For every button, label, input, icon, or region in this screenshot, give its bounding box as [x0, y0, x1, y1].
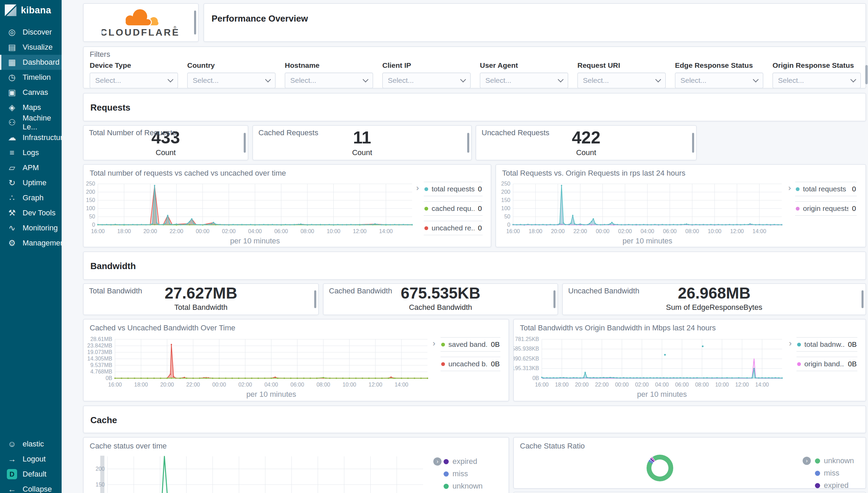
user-agent-select[interactable]: Select...	[480, 73, 568, 88]
sidebar-item-label: Uptime	[23, 178, 47, 187]
sidebar-item-timelion[interactable]: ◷Timelion	[0, 70, 62, 85]
sidebar-item-dashboard[interactable]: ▦Dashboard	[0, 55, 62, 70]
legend-item-uncached-re[interactable]: uncached re...0	[424, 221, 483, 235]
svg-text:06:00: 06:00	[291, 382, 304, 388]
filter-label: Device Type	[90, 61, 178, 69]
sidebar-item-management[interactable]: ⚙Management	[0, 236, 62, 251]
select-placeholder: Select...	[95, 76, 121, 85]
select-placeholder: Select...	[485, 76, 511, 85]
select-placeholder: Select...	[193, 76, 219, 85]
legend-item-unknown[interactable]: unknown	[815, 455, 856, 467]
legend-item-total-requests[interactable]: total requests0	[795, 182, 857, 196]
sidebar-item-collapse[interactable]: ←Collapse	[0, 482, 62, 493]
device-type-select[interactable]: Select...	[90, 73, 178, 88]
chevron-down-icon	[265, 77, 271, 83]
legend-item-unknown[interactable]: unknown	[444, 480, 492, 492]
legend-collapse-icon[interactable]: ›	[803, 457, 811, 465]
kibana-logo[interactable]: kibana	[0, 0, 62, 16]
legend-value: 0B	[848, 360, 857, 368]
sidebar-item-label: Management	[23, 239, 66, 248]
legend-collapse-icon[interactable]: ›	[789, 339, 792, 347]
sidebar-item-maps[interactable]: ◈Maps	[0, 100, 62, 115]
client-ip-select[interactable]: Select...	[382, 73, 471, 88]
panel-scrollbar[interactable]	[861, 290, 864, 308]
panel-scrollbar[interactable]	[194, 11, 196, 35]
legend-value: 0	[478, 185, 482, 193]
legend-item-miss[interactable]: miss	[444, 468, 492, 480]
sidebar-item-uptime[interactable]: ↻Uptime	[0, 175, 62, 190]
svg-text:18:00: 18:00	[117, 228, 131, 234]
legend-collapse-icon[interactable]: ›	[788, 184, 791, 192]
legend-collapse-icon[interactable]: ›	[416, 184, 419, 192]
metric-unit: Cached Bandwidth	[409, 303, 472, 312]
sidebar-item-label: elastic	[23, 440, 44, 448]
country-select[interactable]: Select...	[187, 73, 276, 88]
sidebar-item-visualize[interactable]: ▤Visualize	[0, 40, 62, 55]
cloudflare-logo-panel: CLOUDFLARE ®	[83, 3, 199, 42]
sidebar-item-canvas[interactable]: ▣Canvas	[0, 85, 62, 100]
svg-text:16:00: 16:00	[506, 228, 520, 234]
sidebar-item-label: Discover	[23, 28, 52, 37]
cache-ratio-donut-chart[interactable]	[647, 455, 673, 481]
hostname-select[interactable]: Select...	[285, 73, 373, 88]
page-scrollbar[interactable]	[865, 65, 868, 84]
legend-collapse-icon[interactable]: ›	[433, 339, 435, 347]
sidebar-item-label: Monitoring	[23, 224, 58, 232]
svg-text:02:00: 02:00	[618, 228, 632, 234]
legend-label: expired	[452, 457, 477, 466]
svg-text:100: 100	[86, 205, 95, 211]
legend-label: unknown	[452, 482, 483, 491]
legend-item-origin-requests[interactable]: origin requests0	[795, 201, 857, 216]
panel-scrollbar[interactable]	[314, 290, 316, 308]
legend-item-expired[interactable]: expired	[815, 479, 856, 492]
request-uri-select[interactable]: Select...	[577, 73, 666, 88]
legend-item-expired[interactable]: expired	[444, 455, 492, 468]
filter-label: Client IP	[382, 61, 471, 69]
sidebar-item-discover[interactable]: ◎Discover	[0, 25, 62, 40]
svg-text:02:00: 02:00	[635, 382, 649, 388]
legend-label: uncached re...	[432, 224, 474, 232]
sidebar-item-apm[interactable]: ▱APM	[0, 160, 62, 175]
legend-label: total requests	[432, 185, 474, 193]
panel-scrollbar[interactable]	[467, 133, 469, 153]
sidebar-item-dev-tools[interactable]: ⚒Dev Tools	[0, 205, 62, 220]
sidebar-item-label: Logout	[23, 455, 46, 464]
legend-item-saved-band[interactable]: saved band...0B	[441, 337, 500, 352]
legend-label: cached requ...	[432, 204, 474, 213]
legend-item-miss[interactable]: miss	[815, 467, 856, 479]
sidebar-item-logout[interactable]: →Logout	[0, 452, 62, 467]
logout-icon: →	[7, 454, 17, 464]
logs-icon: ≡	[7, 148, 17, 157]
origin-response-status-select[interactable]: Select...	[773, 73, 861, 88]
sidebar-item-logs[interactable]: ≡Logs	[0, 145, 62, 160]
legend-item-total-badnw[interactable]: total badnw...0B	[796, 337, 857, 352]
legend-collapse-icon[interactable]: ›	[433, 457, 442, 466]
panel-scrollbar[interactable]	[692, 133, 694, 153]
svg-text:22:00: 22:00	[595, 382, 609, 388]
chevron-down-icon	[558, 77, 564, 83]
svg-text:10:00: 10:00	[715, 382, 729, 388]
svg-text:06:00: 06:00	[663, 228, 677, 234]
sidebar-item-infrastructure[interactable]: ☁Infrastructure	[0, 130, 62, 145]
svg-text:22:00: 22:00	[169, 228, 183, 234]
sidebar-item-monitoring[interactable]: ∿Monitoring	[0, 220, 62, 236]
panel-cache-status-over-time: Cache status over time 05010015020016:00…	[83, 437, 509, 493]
panel-scrollbar[interactable]	[553, 290, 556, 308]
legend-item-total-requests[interactable]: total requests0	[424, 182, 483, 196]
sidebar-item-elastic[interactable]: ☺elastic	[0, 437, 62, 452]
sidebar-item-default[interactable]: DDefault	[0, 467, 62, 482]
filter-label: Origin Response Status	[773, 61, 861, 69]
visualize-icon: ▤	[7, 42, 17, 52]
legend-item-origin-band[interactable]: origin band...0B	[796, 357, 857, 371]
legend-item-cached-requ[interactable]: cached requ...0	[424, 201, 483, 216]
sidebar-item-machine-le[interactable]: ⚇Machine Le...	[0, 115, 62, 130]
svg-text:200: 200	[95, 466, 105, 472]
edge-response-status-select[interactable]: Select...	[675, 73, 763, 88]
svg-text:12:00: 12:00	[369, 382, 382, 388]
svg-text:14:00: 14:00	[755, 382, 769, 388]
metric-title: Uncached Requests	[482, 128, 549, 137]
legend-item-uncached-b[interactable]: uncached b...0B	[441, 357, 500, 371]
legend-color-dot	[424, 207, 428, 211]
sidebar-item-graph[interactable]: ∴Graph	[0, 190, 62, 205]
panel-scrollbar[interactable]	[244, 133, 246, 153]
